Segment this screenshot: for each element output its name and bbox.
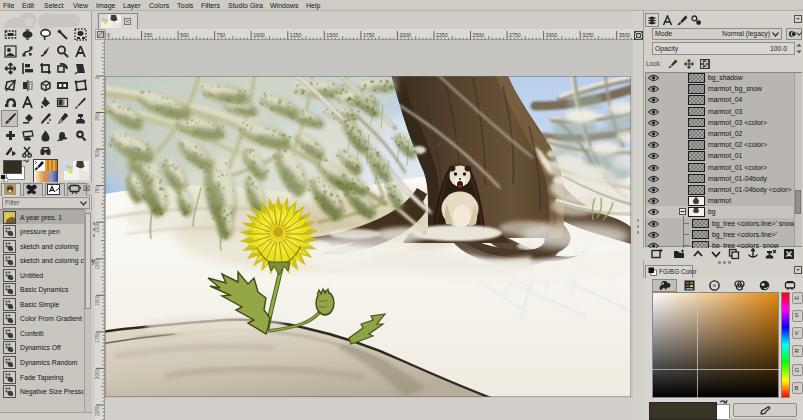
svg-text:500: 500: [180, 32, 189, 38]
svg-text:2750: 2750: [509, 32, 521, 38]
svg-text:1250: 1250: [290, 32, 302, 38]
svg-text:750: 750: [217, 32, 226, 38]
svg-text:1250: 1250: [95, 259, 100, 270]
svg-text:1750: 1750: [95, 332, 100, 343]
svg-text:500: 500: [95, 149, 100, 157]
svg-text:1000: 1000: [95, 222, 100, 233]
svg-text:2500: 2500: [473, 32, 485, 38]
svg-text:2000: 2000: [399, 32, 411, 38]
svg-text:250: 250: [144, 32, 153, 38]
svg-text:1500: 1500: [326, 32, 338, 38]
svg-text:750: 750: [95, 186, 100, 194]
svg-text:1000: 1000: [253, 32, 265, 38]
svg-text:1750: 1750: [363, 32, 375, 38]
svg-text:3000: 3000: [546, 32, 558, 38]
svg-text:3500: 3500: [619, 32, 631, 38]
svg-text:250: 250: [95, 113, 100, 121]
svg-text:2000: 2000: [95, 368, 100, 379]
svg-text:2250: 2250: [436, 32, 448, 38]
svg-text:3250: 3250: [582, 32, 594, 38]
svg-text:0: 0: [107, 32, 110, 38]
svg-text:0: 0: [95, 76, 100, 79]
svg-text:2250: 2250: [95, 405, 100, 416]
svg-text:1500: 1500: [95, 295, 100, 306]
